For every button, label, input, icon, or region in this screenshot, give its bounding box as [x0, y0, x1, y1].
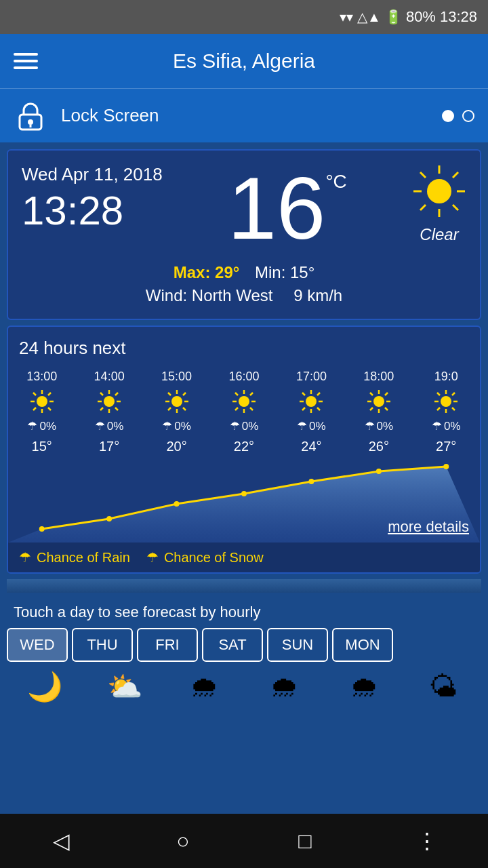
- forecast-hint: Touch a day to see forecast by hourly: [0, 593, 488, 628]
- temperature-display: 16 °C: [163, 164, 412, 252]
- hour-temp-6: 26°: [369, 439, 389, 454]
- svg-point-65: [373, 396, 384, 407]
- page-dots[interactable]: [442, 110, 474, 122]
- svg-point-80: [308, 479, 314, 484]
- menu-button[interactable]: [14, 53, 38, 69]
- dot-2[interactable]: [462, 110, 474, 122]
- tab-thu[interactable]: THU: [72, 628, 133, 662]
- svg-line-17: [48, 408, 51, 410]
- tab-fri[interactable]: FRI: [137, 628, 198, 662]
- hour-col-6[interactable]: 18:00 ☂: [345, 367, 412, 457]
- hour-col-1[interactable]: 13:00 ☂: [8, 367, 75, 457]
- svg-line-71: [452, 408, 455, 410]
- svg-line-70: [437, 393, 440, 395]
- svg-point-47: [239, 396, 249, 407]
- svg-line-25: [100, 393, 103, 395]
- tab-sun[interactable]: SUN: [267, 628, 328, 662]
- hour-time-7: 19:0: [434, 370, 458, 384]
- hour-time-3: 15:00: [161, 370, 192, 384]
- more-details-link[interactable]: more details: [388, 518, 469, 536]
- hour-col-7[interactable]: 19:0 ☂ 0: [413, 367, 480, 457]
- signal-icon: △▲: [357, 9, 381, 25]
- status-time: 13:28: [440, 8, 477, 26]
- status-bar: ▾▾ △▲ 🔋 80% 13:28: [0, 0, 488, 34]
- svg-point-11: [427, 179, 451, 203]
- svg-line-35: [183, 408, 186, 410]
- day-icon-fri: 🌧: [166, 670, 242, 703]
- hour-temp-4: 22°: [234, 439, 254, 454]
- hour-rain-3: ☂ 0%: [162, 419, 191, 433]
- cloud-rain-icon-fri: 🌧: [190, 671, 218, 703]
- day-icon-thu: ⛅: [87, 670, 163, 703]
- umbrella-icon-4: ☂: [230, 419, 240, 433]
- hour-col-3[interactable]: 15:00 ☂: [143, 367, 210, 457]
- wind-speed: 9 km/h: [293, 286, 342, 304]
- back-button[interactable]: ◁: [41, 821, 81, 861]
- hours-scroll[interactable]: 13:00 ☂: [8, 367, 480, 457]
- svg-line-62: [385, 408, 388, 410]
- dot-1[interactable]: [442, 110, 454, 122]
- hour-time-5: 17:00: [296, 370, 327, 384]
- svg-line-9: [453, 172, 458, 178]
- svg-line-45: [250, 393, 253, 395]
- hour-temp-5: 24°: [301, 439, 321, 454]
- hour-time-4: 16:00: [228, 370, 259, 384]
- rain-umbrella-icon: ☂: [19, 549, 31, 566]
- hour-sun-6: [367, 389, 391, 414]
- legend: ☂ Chance of Rain ☂ Chance of Snow: [8, 542, 480, 572]
- svg-line-37: [168, 408, 171, 410]
- weather-time: 13:28: [22, 191, 163, 231]
- hour-temp-7: 27°: [436, 439, 456, 454]
- hour-rain-6: ☂ 0%: [365, 419, 394, 433]
- svg-line-44: [250, 408, 253, 410]
- hour-col-4[interactable]: 16:00 ☂: [210, 367, 277, 457]
- day-icon-wed: 🌙: [7, 670, 83, 703]
- svg-line-46: [235, 408, 238, 410]
- svg-point-78: [174, 501, 180, 507]
- min-temp: Min: 15°: [255, 263, 314, 281]
- tab-sat[interactable]: SAT: [202, 628, 263, 662]
- hour-col-2[interactable]: 14:00 ☂: [75, 367, 142, 457]
- svg-line-43: [235, 393, 238, 395]
- lock-screen-bar: Lock Screen: [0, 88, 488, 142]
- wind-info: Wind: North West 9 km/h: [22, 286, 466, 305]
- recents-button[interactable]: □: [285, 821, 325, 861]
- svg-line-54: [317, 393, 320, 395]
- svg-line-8: [453, 205, 458, 210]
- more-button[interactable]: ⋮: [407, 821, 447, 861]
- status-icons: ▾▾ △▲ 🔋 80% 13:28: [340, 8, 477, 26]
- svg-line-18: [48, 393, 51, 395]
- hour-col-5[interactable]: 17:00 ☂: [278, 367, 345, 457]
- tab-wed[interactable]: WED: [7, 628, 68, 662]
- hour-rain-5: ☂ 0%: [297, 419, 326, 433]
- hour-rain-4: ☂ 0%: [230, 419, 259, 433]
- umbrella-icon-2: ☂: [95, 419, 105, 433]
- hour-temp-2: 17°: [99, 439, 119, 454]
- svg-point-56: [306, 396, 317, 407]
- umbrella-icon-1: ☂: [27, 419, 37, 433]
- snow-umbrella-icon: ☂: [146, 549, 159, 566]
- hour-sun-4: [232, 389, 256, 414]
- day-icons-row: 🌙 ⛅ 🌧 🌧 🌧 🌤: [0, 662, 488, 711]
- umbrella-icon-7: ☂: [432, 419, 442, 433]
- svg-line-63: [385, 393, 388, 395]
- svg-point-81: [376, 469, 382, 474]
- weather-date: Wed Apr 11, 2018: [22, 164, 163, 185]
- hour-sun-5: [299, 389, 323, 414]
- cloud-rain-icon-sun: 🌧: [350, 671, 378, 703]
- svg-point-74: [441, 396, 451, 407]
- svg-point-77: [106, 516, 112, 521]
- home-button[interactable]: ○: [163, 821, 203, 861]
- svg-point-1: [28, 119, 33, 125]
- hour-sun-2: [97, 389, 121, 414]
- rain-label: Chance of Rain: [37, 550, 130, 566]
- svg-point-82: [443, 464, 449, 469]
- lock-screen-label: Lock Screen: [61, 105, 428, 126]
- svg-point-29: [104, 396, 115, 407]
- svg-point-79: [241, 491, 247, 496]
- hours-section: 24 hours next 13:00: [7, 326, 481, 574]
- weather-date-time: Wed Apr 11, 2018 13:28: [22, 164, 163, 231]
- umbrella-icon-3: ☂: [162, 419, 172, 433]
- tab-mon[interactable]: MON: [332, 628, 393, 662]
- temperature-value: 16: [228, 164, 326, 252]
